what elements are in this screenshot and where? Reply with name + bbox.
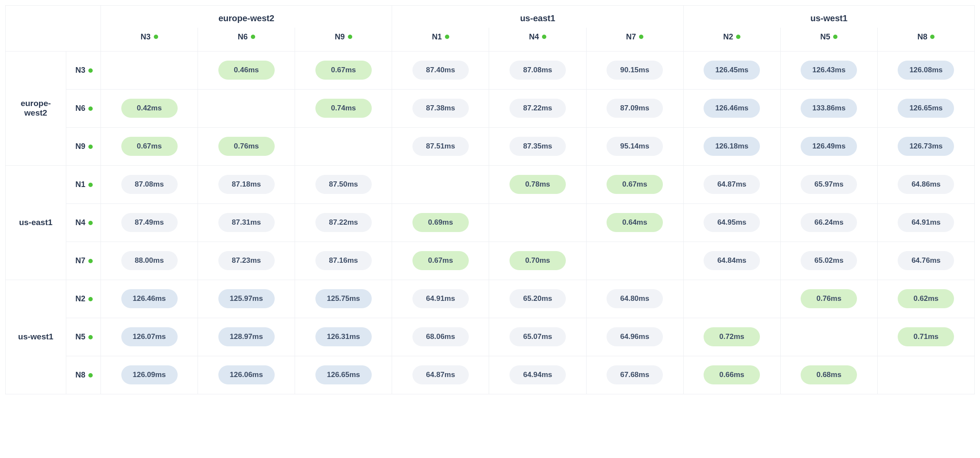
latency-cell: 87.38ms	[392, 89, 489, 127]
node-label: N2	[723, 32, 733, 41]
latency-pill: 68.06ms	[412, 327, 469, 346]
latency-cell: 0.67ms	[295, 51, 392, 89]
table-row: N788.00ms87.23ms87.16ms0.67ms0.70ms64.84…	[6, 242, 975, 280]
latency-cell: 64.87ms	[683, 165, 780, 203]
latency-pill: 126.45ms	[704, 61, 760, 80]
latency-pill: 0.67ms	[607, 175, 663, 194]
col-node-header: N2	[683, 28, 780, 51]
status-dot-icon	[88, 221, 93, 225]
node-label: N2	[75, 294, 85, 303]
latency-pill: 126.08ms	[898, 61, 954, 80]
latency-pill: 126.31ms	[315, 327, 372, 346]
latency-pill: 87.22ms	[509, 99, 566, 118]
row-node-header: N7	[66, 242, 101, 280]
latency-pill: 90.15ms	[607, 61, 663, 80]
latency-cell	[392, 165, 489, 203]
latency-cell: 95.14ms	[586, 127, 683, 165]
node-label: N7	[75, 256, 85, 265]
latency-cell: 0.67ms	[101, 127, 198, 165]
status-dot-icon	[542, 35, 546, 39]
latency-cell: 65.02ms	[780, 242, 877, 280]
row-node-header: N3	[66, 51, 101, 89]
latency-cell	[780, 318, 877, 356]
status-dot-icon	[930, 35, 935, 39]
table-row: N60.42ms0.74ms87.38ms87.22ms87.09ms126.4…	[6, 89, 975, 127]
latency-cell: 126.09ms	[101, 356, 198, 394]
table-row: N5126.07ms128.97ms126.31ms68.06ms65.07ms…	[6, 318, 975, 356]
latency-cell: 126.46ms	[683, 89, 780, 127]
latency-cell: 64.87ms	[392, 356, 489, 394]
latency-pill: 65.97ms	[801, 175, 857, 194]
latency-cell: 68.06ms	[392, 318, 489, 356]
latency-pill: 87.08ms	[509, 61, 566, 80]
latency-pill: 125.75ms	[315, 289, 372, 308]
latency-cell: 125.97ms	[198, 280, 295, 318]
latency-cell: 128.97ms	[198, 318, 295, 356]
node-label: N6	[75, 104, 85, 113]
latency-cell	[877, 356, 974, 394]
status-dot-icon	[639, 35, 643, 39]
latency-pill: 64.95ms	[704, 213, 760, 232]
latency-pill: 64.87ms	[704, 175, 760, 194]
latency-cell: 0.70ms	[489, 242, 586, 280]
row-node-header: N4	[66, 203, 101, 242]
latency-pill: 87.40ms	[412, 61, 469, 80]
latency-cell	[683, 280, 780, 318]
status-dot-icon	[88, 68, 93, 73]
col-node-header: N8	[877, 28, 974, 51]
latency-pill: 125.97ms	[218, 289, 275, 308]
latency-pill: 64.91ms	[898, 213, 954, 232]
latency-pill: 0.67ms	[412, 251, 469, 270]
latency-pill: 87.50ms	[315, 175, 372, 194]
latency-pill: 0.66ms	[704, 365, 760, 384]
latency-pill: 64.96ms	[607, 327, 663, 346]
latency-cell: 0.69ms	[392, 203, 489, 242]
latency-cell: 87.40ms	[392, 51, 489, 89]
node-label: N7	[626, 32, 636, 41]
latency-pill: 126.06ms	[218, 365, 275, 384]
latency-pill: 87.31ms	[218, 213, 275, 232]
latency-cell: 126.73ms	[877, 127, 974, 165]
latency-cell: 90.15ms	[586, 51, 683, 89]
node-label: N6	[238, 32, 248, 41]
latency-pill: 64.94ms	[509, 365, 566, 384]
latency-cell: 0.46ms	[198, 51, 295, 89]
latency-pill: 64.86ms	[898, 175, 954, 194]
latency-cell: 67.68ms	[586, 356, 683, 394]
latency-pill: 67.68ms	[607, 365, 663, 384]
node-label: N1	[432, 32, 442, 41]
status-dot-icon	[88, 335, 93, 339]
latency-cell: 65.97ms	[780, 165, 877, 203]
node-label: N9	[335, 32, 345, 41]
node-label: N3	[141, 32, 151, 41]
latency-cell: 0.74ms	[295, 89, 392, 127]
latency-cell: 87.31ms	[198, 203, 295, 242]
latency-cell: 0.76ms	[780, 280, 877, 318]
latency-matrix-table: europe-west2us-east1us-west1N3N6N9N1N4N7…	[5, 5, 975, 394]
latency-cell: 64.91ms	[392, 280, 489, 318]
latency-cell: 126.06ms	[198, 356, 295, 394]
latency-pill: 126.65ms	[898, 99, 954, 118]
latency-cell: 64.91ms	[877, 203, 974, 242]
latency-cell: 0.67ms	[392, 242, 489, 280]
latency-cell: 0.72ms	[683, 318, 780, 356]
row-node-header: N6	[66, 89, 101, 127]
latency-pill: 0.46ms	[218, 61, 275, 80]
table-header: europe-west2us-east1us-west1N3N6N9N1N4N7…	[6, 6, 975, 52]
latency-pill: 64.76ms	[898, 251, 954, 270]
latency-cell: 126.18ms	[683, 127, 780, 165]
col-region-header: us-east1	[392, 6, 683, 28]
col-node-header: N5	[780, 28, 877, 51]
col-node-header: N1	[392, 28, 489, 51]
latency-cell: 0.76ms	[198, 127, 295, 165]
latency-pill: 133.86ms	[801, 99, 857, 118]
latency-pill: 64.91ms	[412, 289, 469, 308]
status-dot-icon	[88, 297, 93, 301]
row-node-header: N2	[66, 280, 101, 318]
status-dot-icon	[348, 35, 352, 39]
col-region-header: us-west1	[683, 6, 974, 28]
row-region-header: us-west1	[6, 280, 66, 394]
status-dot-icon	[736, 35, 740, 39]
status-dot-icon	[251, 35, 255, 39]
latency-cell: 0.78ms	[489, 165, 586, 203]
